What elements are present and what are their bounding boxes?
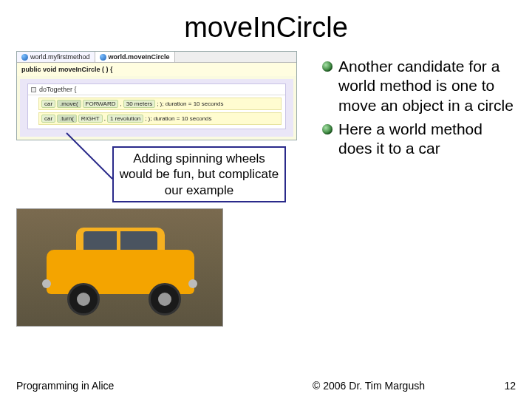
- tab-label: world.moveInCircle: [109, 53, 170, 61]
- code-row-turn: car .turn( RIGHT , 1 revolution ; ); dur…: [38, 112, 282, 125]
- bullet-text: Another candidate for a world method is …: [338, 57, 514, 115]
- code-row-move: car .move( FORWARD , 30 meters ; ); dura…: [38, 98, 282, 110]
- tab-moveincircle: world.moveInCircle: [95, 52, 175, 62]
- bullet-2: Here a world method does it to a car: [322, 120, 514, 159]
- bullet-icon: [322, 124, 332, 134]
- slide-title: moveInCircle: [0, 0, 532, 51]
- editor-tabs: world.myfirstmethod world.moveInCircle: [17, 52, 296, 63]
- right-column: Another candidate for a world method is …: [322, 51, 514, 327]
- do-together-block: doTogether { car .move( FORWARD , 30 met…: [27, 83, 286, 129]
- tab-myfirstmethod: world.myfirstmethod: [17, 52, 95, 62]
- slide-footer: Programming in Alice © 2006 Dr. Tim Marg…: [0, 380, 532, 392]
- footer-center: © 2006 Dr. Tim Margush: [251, 380, 486, 392]
- world-icon: [100, 54, 106, 61]
- callout-text: Adding spinning wheels would be fun, but…: [120, 151, 279, 197]
- wheel-front-icon: [67, 283, 100, 316]
- footer-left: Programming in Alice: [16, 380, 251, 392]
- callout-box: Adding spinning wheels would be fun, but…: [112, 146, 286, 202]
- tab-label: world.myfirstmethod: [30, 53, 90, 61]
- method-signature: public void moveInCircle ( ) {: [17, 63, 296, 76]
- content-area: world.myfirstmethod world.moveInCircle p…: [0, 51, 532, 327]
- bullet-text: Here a world method does it to a car: [338, 120, 514, 159]
- alice-editor: world.myfirstmethod world.moveInCircle p…: [16, 51, 297, 140]
- do-together-header: doTogether {: [28, 84, 285, 95]
- bullet-1: Another candidate for a world method is …: [322, 57, 514, 115]
- wheel-rear-icon: [149, 283, 181, 316]
- bullet-icon: [322, 61, 332, 72]
- left-column: world.myfirstmethod world.moveInCircle p…: [16, 51, 312, 327]
- world-icon: [21, 54, 28, 61]
- footer-right: 12: [486, 380, 516, 392]
- svg-line-0: [66, 133, 112, 179]
- car-illustration: [16, 208, 223, 327]
